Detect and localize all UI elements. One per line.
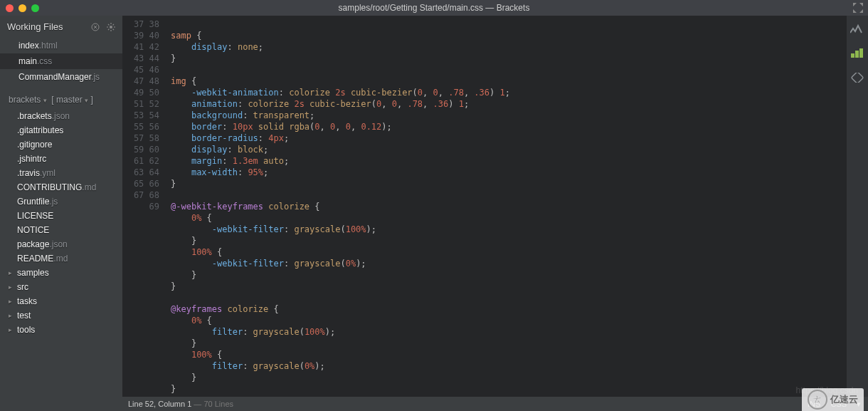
file-item[interactable]: CONTRIBUTING.md bbox=[0, 180, 122, 194]
titlebar: samples/root/Getting Started/main.css — … bbox=[0, 0, 868, 16]
file-item[interactable]: LICENSE bbox=[0, 209, 122, 223]
folder-item[interactable]: samples bbox=[0, 266, 122, 280]
project-name: brackets bbox=[9, 95, 41, 105]
file-item[interactable]: .brackets.json bbox=[0, 109, 122, 123]
svg-rect-2 bbox=[851, 53, 854, 58]
project-header[interactable]: brackets ▾ [ master ▾ ] bbox=[0, 85, 122, 109]
working-file-item[interactable]: main.css bbox=[0, 53, 122, 69]
file-item[interactable]: .gitattributes bbox=[0, 123, 122, 137]
file-item[interactable]: .jshintrc bbox=[0, 152, 122, 166]
file-item[interactable]: .gitignore bbox=[0, 137, 122, 152]
line-count: 70 Lines bbox=[203, 400, 233, 408]
working-file-item[interactable]: index.html bbox=[0, 38, 122, 53]
yisu-badge: ㄊ 亿速云 bbox=[802, 388, 864, 411]
file-item[interactable]: package.json bbox=[0, 237, 122, 251]
folder-item[interactable]: src bbox=[0, 280, 122, 294]
file-item[interactable]: README.md bbox=[0, 251, 122, 266]
working-file-item[interactable]: CommandManager.js bbox=[0, 69, 122, 85]
working-files-label: Working Files bbox=[7, 21, 63, 32]
yisu-logo-icon: ㄊ bbox=[808, 390, 827, 410]
chevron-down-icon: ▾ bbox=[43, 97, 47, 104]
svg-point-1 bbox=[110, 26, 112, 28]
yisu-text: 亿速云 bbox=[830, 393, 858, 406]
right-rail bbox=[847, 16, 868, 397]
fullscreen-icon[interactable] bbox=[852, 2, 864, 14]
status-bar: Line 52, Column 1 — 70 Lines INS CSS ▾ bbox=[0, 397, 868, 411]
window-title: samples/root/Getting Started/main.css — … bbox=[339, 3, 530, 13]
svg-rect-5 bbox=[852, 73, 864, 83]
file-item[interactable]: Gruntfile.js bbox=[0, 194, 122, 209]
svg-rect-3 bbox=[855, 51, 859, 58]
live-preview-icon[interactable] bbox=[850, 24, 864, 34]
folder-item[interactable]: tasks bbox=[0, 294, 122, 308]
editor[interactable]: 37 38 39 40 41 42 43 44 45 46 47 48 49 5… bbox=[122, 16, 847, 397]
working-files-header: Working Files bbox=[0, 16, 122, 38]
minimize-window-button[interactable] bbox=[18, 4, 26, 12]
sidebar: Working Files index.htmlmain.cssCommandM… bbox=[0, 16, 122, 397]
code-area[interactable]: samp { display: none; } img { -webkit-an… bbox=[166, 16, 847, 397]
folder-item[interactable]: tools bbox=[0, 323, 122, 337]
extension-manager-icon[interactable] bbox=[850, 48, 864, 58]
branch-name: master bbox=[56, 95, 83, 105]
chevron-down-icon: ▾ bbox=[85, 97, 88, 104]
cursor-position[interactable]: Line 52, Column 1 bbox=[128, 400, 191, 408]
line-gutter: 37 38 39 40 41 42 43 44 45 46 47 48 49 5… bbox=[122, 16, 166, 397]
file-item[interactable]: .travis.yml bbox=[0, 166, 122, 180]
plugin-icon[interactable] bbox=[850, 73, 864, 83]
close-all-icon[interactable] bbox=[91, 23, 100, 31]
file-item[interactable]: NOTICE bbox=[0, 223, 122, 237]
close-window-button[interactable] bbox=[6, 4, 14, 12]
zoom-window-button[interactable] bbox=[31, 4, 39, 12]
folder-item[interactable]: test bbox=[0, 308, 122, 323]
svg-rect-4 bbox=[859, 48, 863, 58]
gear-icon[interactable] bbox=[107, 23, 115, 31]
